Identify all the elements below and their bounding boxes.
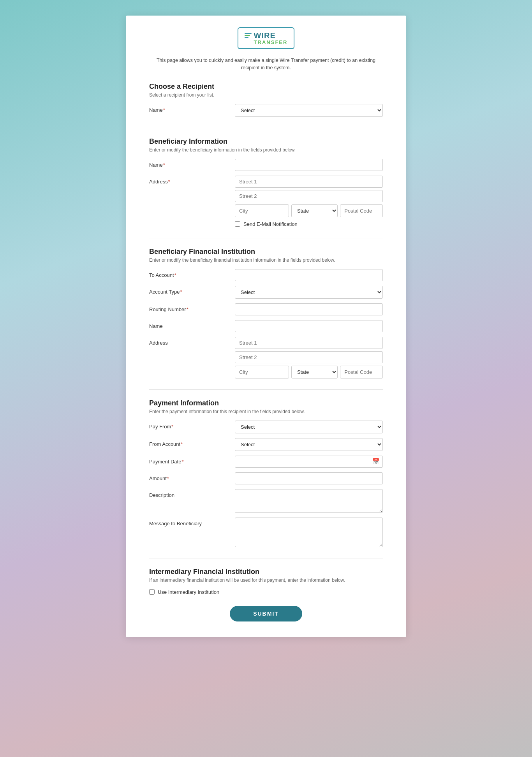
benef-email-checkbox[interactable] <box>235 221 240 227</box>
logo-bar-3 <box>245 37 248 38</box>
logo-bar-1 <box>245 33 252 34</box>
divider-4 <box>149 558 383 558</box>
fi-name-row: Name <box>149 320 383 332</box>
amount-input[interactable] <box>235 472 383 484</box>
intermediary-title: Intermediary Financial Institution <box>149 568 383 576</box>
beneficiary-info-section: Beneficiary Information Enter or modify … <box>149 137 383 227</box>
fi-address-control: State <box>235 337 383 378</box>
benef-street2-input[interactable] <box>235 190 383 202</box>
pay-from-control: Select <box>235 421 383 433</box>
amount-label: Amount* <box>149 472 235 481</box>
choose-recipient-desc: Select a recipient from your list. <box>149 92 383 98</box>
benef-name-label: Name* <box>149 159 235 168</box>
intermediary-checkbox-label[interactable]: Use Intermediary Institution <box>158 589 219 595</box>
fi-name-input[interactable] <box>235 320 383 332</box>
logo-box: WIRE TRANSFER <box>238 27 295 49</box>
benef-financial-title: Beneficiary Financial Institution <box>149 248 383 256</box>
routing-number-control <box>235 303 383 315</box>
message-textarea[interactable] <box>235 518 383 547</box>
fi-address-row: Address State <box>149 337 383 378</box>
to-account-label: To Account* <box>149 269 235 278</box>
benef-email-checkbox-row: Send E-Mail Notification <box>235 221 383 227</box>
choose-recipient-title: Choose a Recipient <box>149 83 383 91</box>
routing-number-row: Routing Number* <box>149 303 383 315</box>
recipient-name-row: Name* Select <box>149 104 383 117</box>
account-type-row: Account Type* Select <box>149 286 383 299</box>
benef-city-input[interactable] <box>235 204 289 217</box>
payment-date-wrap: 📅 <box>235 456 383 468</box>
fi-street2-input[interactable] <box>235 351 383 363</box>
beneficiary-info-desc: Enter or modify the beneficiary informat… <box>149 147 383 153</box>
from-account-label: From Account* <box>149 438 235 447</box>
fi-state-select[interactable]: State <box>291 366 338 378</box>
benef-city-state-row: State <box>235 204 383 217</box>
page-description: This page allows you to quickly and easi… <box>149 57 383 72</box>
benef-postal-input[interactable] <box>340 204 383 217</box>
payment-info-section: Payment Information Enter the payment in… <box>149 399 383 547</box>
payment-info-desc: Enter the payment information for this r… <box>149 409 383 414</box>
pay-from-row: Pay From* Select <box>149 421 383 433</box>
fi-postal-input[interactable] <box>340 366 383 378</box>
amount-control <box>235 472 383 484</box>
amount-row: Amount* <box>149 472 383 484</box>
payment-date-row: Payment Date* 📅 <box>149 456 383 468</box>
fi-city-input[interactable] <box>235 366 289 378</box>
message-control <box>235 518 383 547</box>
description-label: Description <box>149 489 235 498</box>
pay-from-select[interactable]: Select <box>235 421 383 433</box>
beneficiary-info-title: Beneficiary Information <box>149 137 383 146</box>
benef-name-control <box>235 159 383 171</box>
logo-bar-2 <box>245 35 250 36</box>
recipient-name-control: Select <box>235 104 383 117</box>
logo-bars-icon <box>245 33 252 38</box>
from-account-select[interactable]: Select <box>235 438 383 451</box>
payment-date-input[interactable] <box>235 456 383 468</box>
fi-street1-input[interactable] <box>235 337 383 349</box>
submit-wrap: SUBMIT <box>149 606 383 621</box>
benef-address-row: Address* State Send E-Mail Notification <box>149 176 383 227</box>
benef-address-control: State Send E-Mail Notification <box>235 176 383 227</box>
routing-number-input[interactable] <box>235 303 383 315</box>
message-label: Message to Beneficiary <box>149 518 235 526</box>
benef-financial-section: Beneficiary Financial Institution Enter … <box>149 248 383 378</box>
intermediary-checkbox[interactable] <box>149 589 155 595</box>
logo-wrap: WIRE TRANSFER <box>149 27 383 49</box>
account-type-control: Select <box>235 286 383 299</box>
account-type-select[interactable]: Select <box>235 286 383 299</box>
benef-email-checkbox-label[interactable]: Send E-Mail Notification <box>243 221 298 227</box>
recipient-name-label: Name* <box>149 104 235 113</box>
payment-date-control: 📅 <box>235 456 383 468</box>
main-card: WIRE TRANSFER This page allows you to qu… <box>126 16 406 637</box>
description-textarea[interactable] <box>235 489 383 513</box>
fi-city-state-row: State <box>235 366 383 378</box>
benef-name-input[interactable] <box>235 159 383 171</box>
to-account-row: To Account* <box>149 269 383 281</box>
intermediary-section: Intermediary Financial Institution If an… <box>149 568 383 595</box>
description-row: Description <box>149 489 383 513</box>
divider-3 <box>149 389 383 390</box>
description-control <box>235 489 383 513</box>
account-type-label: Account Type* <box>149 286 235 295</box>
routing-number-label: Routing Number* <box>149 303 235 312</box>
message-row: Message to Beneficiary <box>149 518 383 547</box>
divider-2 <box>149 238 383 238</box>
from-account-control: Select <box>235 438 383 451</box>
payment-date-label: Payment Date* <box>149 456 235 465</box>
benef-state-select[interactable]: State <box>291 204 338 217</box>
benef-financial-desc: Enter or modify the beneficiary financia… <box>149 257 383 263</box>
logo-line1: WIRE <box>245 31 276 40</box>
pay-from-label: Pay From* <box>149 421 235 430</box>
logo-wire-text: WIRE <box>254 31 276 40</box>
fi-name-label: Name <box>149 320 235 329</box>
benef-address-label: Address* <box>149 176 235 185</box>
benef-name-row: Name* <box>149 159 383 171</box>
recipient-name-select[interactable]: Select <box>235 104 383 117</box>
submit-button[interactable]: SUBMIT <box>230 606 302 621</box>
fi-name-control <box>235 320 383 332</box>
to-account-input[interactable] <box>235 269 383 281</box>
from-account-row: From Account* Select <box>149 438 383 451</box>
fi-address-label: Address <box>149 337 235 346</box>
benef-street1-input[interactable] <box>235 176 383 188</box>
divider-1 <box>149 128 383 128</box>
intermediary-checkbox-row: Use Intermediary Institution <box>149 589 383 595</box>
